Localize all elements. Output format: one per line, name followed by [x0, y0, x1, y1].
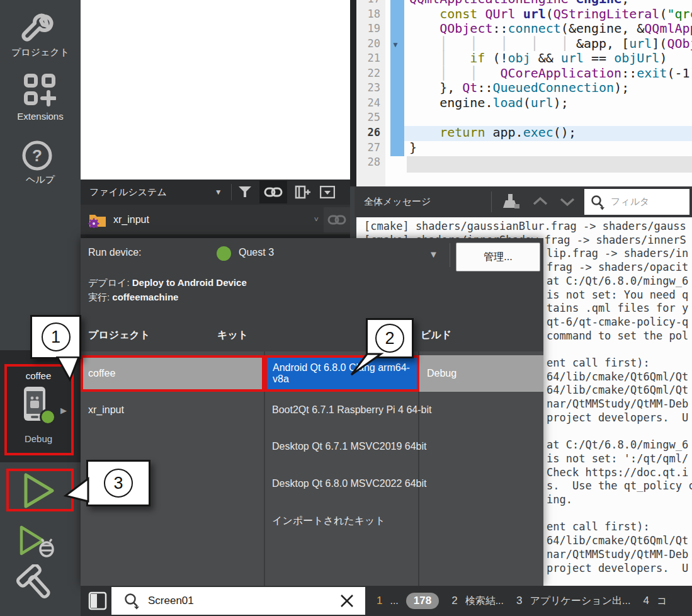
code-line[interactable]: engine.load(url); — [409, 96, 569, 111]
debug-button[interactable] — [19, 525, 58, 559]
column-header-kit: キット — [217, 329, 248, 342]
projects-mode-button[interactable] — [21, 11, 56, 44]
code-line[interactable]: const QUrl url(QStringLiteral("qrc — [409, 7, 692, 22]
close-panel-icon[interactable] — [320, 186, 335, 198]
line-number: 22 — [356, 66, 380, 81]
hammer-icon — [16, 564, 57, 603]
line-number: 17 — [356, 0, 380, 7]
tab-number: 3 — [516, 595, 522, 607]
selected-build-cell[interactable]: Debug — [419, 355, 543, 392]
toggle-sidebar-icon[interactable] — [88, 591, 107, 610]
empty-file-panel — [81, 0, 350, 180]
next-item-icon[interactable] — [559, 195, 576, 208]
log-filter-input[interactable]: フィルタ — [584, 189, 689, 215]
annotation-box-project-cell — [81, 355, 264, 392]
output-pane-tab[interactable]: 1...178 — [377, 593, 439, 609]
log-line: ent call first): — [547, 520, 650, 534]
sidebar-item-extensions-label[interactable]: Extensions — [0, 111, 81, 122]
code-line[interactable]: }, Qt::QueuedConnection); — [409, 81, 629, 96]
filesystem-root-name: xr_input — [113, 214, 149, 225]
help-mode-button[interactable]: ? — [21, 140, 53, 171]
tab-number: 4 — [643, 595, 649, 607]
output-pane-tab[interactable]: 4コ — [643, 595, 667, 608]
callout-3-tail — [63, 475, 91, 504]
filter-icon[interactable] — [238, 186, 252, 198]
line-number: 27 — [356, 140, 380, 156]
callout-3-number: 3 — [104, 469, 133, 498]
extensions-icon — [23, 73, 56, 107]
output-pane-tab[interactable]: 3アプリケーション出... — [516, 595, 630, 608]
log-line: s. Use the qt_policy c — [547, 479, 692, 493]
split-panel-icon[interactable] — [295, 185, 311, 199]
column-header-build: ビルド — [421, 329, 451, 342]
line-number: 26 — [356, 125, 380, 140]
filesystem-panel-title[interactable]: ファイルシステム — [89, 186, 167, 198]
code-line[interactable]: return app.exec(); — [409, 125, 576, 140]
locator-input[interactable]: Screen01 — [111, 587, 365, 615]
output-pane-tab[interactable]: 2検索結... — [451, 595, 504, 608]
editor-h-scrollbar[interactable] — [407, 156, 692, 173]
code-line[interactable]: } — [409, 140, 417, 156]
build-button[interactable] — [16, 564, 57, 603]
extensions-mode-button[interactable] — [23, 73, 56, 107]
log-line: frag -> shaders/opacit — [547, 261, 688, 275]
header-separator — [491, 191, 492, 212]
manage-kits-button[interactable]: 管理... — [456, 242, 540, 271]
line-number: 20 — [356, 37, 380, 52]
project-option[interactable]: xr_input — [88, 404, 124, 416]
log-line: nar/QtMMStudy/QtMM-Deb — [547, 548, 688, 562]
prev-item-icon[interactable] — [532, 195, 548, 208]
kit-option[interactable]: Boot2Qt 6.7.1 Raspberry Pi 4 64-bit — [272, 404, 431, 416]
sidebar-item-help-label[interactable]: ヘルプ — [0, 174, 81, 186]
filesystem-panel-header: ファイルシステム ▼ — [81, 180, 350, 205]
code-line[interactable]: │ if (!obj && url == objUrl) — [409, 51, 667, 66]
log-line: tains .qml files for y — [547, 302, 688, 316]
chevron-down-icon[interactable]: ▼ — [215, 188, 222, 197]
line-number: 25 — [356, 110, 380, 125]
tab-label: ... — [390, 595, 398, 607]
line-number: 19 — [356, 21, 380, 37]
wrench-icon — [21, 11, 56, 44]
code-line[interactable]: │ │ │ │ │ &app, [url](QObje — [409, 37, 692, 52]
filesystem-root-selector[interactable]: xr_input ˅ — [81, 205, 350, 234]
sidebar-item-projects-label[interactable]: プロジェクト — [0, 47, 81, 59]
output-pane-tabs: 1...1782検索結...3アプリケーション出...4コ — [377, 586, 667, 616]
mode-sidebar: プロジェクト Extensions ? ヘルプ coff — [0, 0, 81, 616]
messages-panel-header: 全体メッセージ フィルタ — [355, 186, 692, 217]
kit-option[interactable]: Desktop Qt 6.8.0 MSVC2022 64bit — [272, 478, 426, 489]
log-line: [cmake] shaders/gaussianBlur.frag -> sha… — [364, 220, 686, 234]
clear-search-icon[interactable] — [339, 593, 355, 609]
sync-with-editor-icon[interactable] — [259, 181, 287, 203]
code-editor[interactable]: 171819202122232425262728 QQmlApplication… — [356, 0, 692, 186]
line-number: 18 — [356, 7, 380, 22]
editor-gutter: 171819202122232425262728 — [356, 0, 385, 186]
tab-number: 2 — [451, 595, 457, 607]
device-dropdown-icon[interactable]: ▼ — [429, 249, 438, 260]
kit-selector-popup: Run device: Quest 3 ▼ 管理... デプロイ: Deploy… — [81, 238, 543, 586]
debug-run-icon — [19, 525, 58, 559]
line-number: 23 — [356, 81, 380, 96]
chevron-down-icon[interactable]: ˅ — [314, 215, 319, 224]
log-line: qt-6/qt-cmake-policy-q — [547, 316, 688, 329]
code-line[interactable]: │ │ QCoreApplication::exit(-1) — [409, 66, 692, 81]
issue-count-badge: 178 — [406, 593, 439, 609]
kit-option[interactable]: Desktop Qt 6.7.1 MSVC2019 64bit — [272, 441, 426, 452]
callout-3: 3 — [86, 460, 150, 506]
log-line: 64/lib/cmake/Qt6Qml/Qt — [547, 370, 688, 384]
code-line[interactable]: QObject::connect(&engine, &QQmlApp — [409, 21, 692, 37]
project-folder-icon — [88, 212, 107, 228]
log-line: ing. — [547, 493, 572, 507]
callout-1-number: 1 — [42, 322, 71, 351]
log-line: Check https://doc.qt.i — [547, 466, 688, 480]
sync-root-icon[interactable] — [324, 207, 350, 232]
search-icon — [589, 194, 606, 210]
clear-log-icon[interactable] — [501, 193, 521, 210]
log-line: 64/lib/cmake/Qt6Qml/Qt — [547, 384, 688, 397]
panel-divider[interactable] — [350, 0, 356, 186]
log-line: 64/lib/cmake/Qt6Qml/Qt — [547, 534, 688, 548]
bottom-bar: Screen01 1...1782検索結...3アプリケーション出...4コ — [81, 586, 692, 616]
log-line: ent call first): — [547, 356, 650, 370]
kit-option[interactable]: インポートされたキット — [272, 515, 385, 528]
line-number: 24 — [356, 96, 380, 111]
fold-marker-icon[interactable]: ▼ — [392, 41, 399, 48]
